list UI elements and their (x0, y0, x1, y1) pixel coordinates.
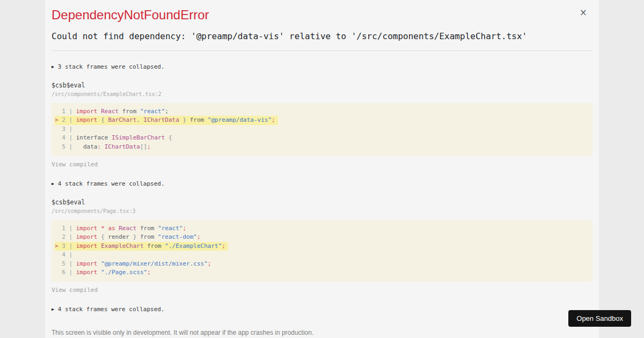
code-token: BarChart (108, 116, 136, 123)
code-token: * (101, 225, 105, 232)
code-token: IChartData (144, 116, 179, 123)
code-token (140, 116, 144, 123)
line-number-gutter: > 2 | (55, 116, 76, 123)
code-token: "@preamp/data-vis" (208, 116, 272, 123)
collapsed-frames-toggle[interactable]: ▶4 stack frames were collapsed. (52, 306, 592, 313)
code-token: import (76, 243, 98, 249)
code-line: 4 | interface ISimpleBarChart { (55, 134, 592, 142)
code-line: 3 | (55, 125, 592, 134)
error-overlay-page: { "colors": { "page_bg": "#ebebeb", "pan… (0, 0, 644, 338)
code-token: from (144, 243, 165, 249)
code-line: 2 | import { render } from "react-dom"; (55, 233, 592, 241)
code-token: import (76, 225, 98, 232)
code-snippet: 1 | import * as React from "react"; 2 | … (52, 220, 592, 282)
code-token: [] (140, 143, 147, 150)
code-line: 4 | (55, 251, 592, 259)
open-sandbox-button[interactable]: Open Sandbox (568, 310, 631, 327)
code-line: 5 | import "@preamp/mixer/dist/mixer.css… (55, 260, 592, 268)
code-token: import (76, 269, 98, 276)
code-token: { (101, 233, 105, 240)
code-token: React (119, 225, 136, 232)
code-line: 5 | data: IChartData[]; (55, 143, 592, 151)
stack-frame: ▶4 stack frames were collapsed. (52, 306, 592, 313)
collapse-triangle-icon: ▶ (52, 64, 54, 69)
code-token: ; (197, 233, 201, 240)
code-token: "@preamp/mixer/dist/mixer.css" (101, 260, 208, 267)
code-token (101, 143, 105, 150)
view-compiled-link[interactable]: View compiled (52, 161, 592, 168)
frame-function-name: $csb$eval (52, 82, 592, 89)
code-token: "react" (140, 108, 165, 115)
footer-note-development: This screen is visible only in developme… (52, 328, 592, 337)
highlighted-code-line: > 2 | import { BarChart, IChartData } fr… (55, 116, 278, 124)
collapsed-frames-label: 4 stack frames were collapsed. (58, 306, 165, 313)
line-number-gutter: 1 | (55, 108, 76, 115)
view-compiled-link[interactable]: View compiled (52, 286, 592, 293)
footer-notes: This screen is visible only in developme… (52, 328, 592, 338)
error-title: DependencyNotFoundError (52, 8, 592, 23)
divider (52, 50, 592, 51)
stack-frame: ▶4 stack frames were collapsed.$csb$eval… (52, 180, 592, 293)
code-token: interface (76, 134, 112, 141)
code-snippet: 1 | import React from "react";> 2 | impo… (52, 103, 592, 156)
code-line: 1 | import * as React from "react"; (55, 224, 592, 233)
code-token: render (105, 233, 133, 240)
line-number-gutter: > 3 | (55, 243, 76, 249)
code-token: from (136, 233, 158, 240)
code-token: ; (182, 225, 186, 232)
code-token: ; (208, 260, 211, 267)
code-token: from (119, 108, 140, 115)
code-token: ; (147, 269, 151, 276)
frame-function-name: $csb$eval (52, 199, 592, 206)
frame-source-location: /src/components/Page.tsx:3 (52, 208, 592, 214)
code-token: { (101, 116, 105, 123)
collapse-triangle-icon: ▶ (52, 307, 54, 312)
line-number-gutter: 4 | (55, 134, 76, 141)
code-token: "react" (158, 225, 182, 232)
code-token: "./ExampleChart" (165, 243, 222, 249)
code-token: import (76, 116, 98, 123)
code-token: ISimpleBarChart (112, 134, 165, 141)
code-token: from (136, 225, 158, 232)
code-token: "react-dom" (158, 233, 197, 240)
line-number-gutter: 1 | (55, 225, 76, 232)
close-icon[interactable]: × (580, 8, 587, 17)
code-token: import (76, 233, 98, 240)
highlighted-code-line: > 3 | import ExampleChart from "./Exampl… (55, 242, 228, 251)
code-token: import (76, 108, 98, 115)
error-message: Could not find dependency: '@preamp/data… (52, 31, 592, 41)
frame-source-location: /src/components/ExampleChart.tsx:2 (52, 91, 592, 97)
collapsed-frames-label: 3 stack frames were collapsed. (58, 63, 165, 70)
code-token: ; (147, 143, 151, 150)
collapsed-frames-label: 4 stack frames were collapsed. (58, 180, 165, 187)
stack-frames: ▶3 stack frames were collapsed.$csb$eval… (52, 63, 592, 313)
code-line: 6 | import "./Page.scss"; (55, 268, 592, 277)
line-number-gutter: 4 | (55, 251, 76, 258)
code-token: import (76, 260, 98, 267)
collapsed-frames-toggle[interactable]: ▶3 stack frames were collapsed. (52, 63, 592, 70)
code-token: { (169, 134, 172, 141)
line-number-gutter: 3 | (55, 126, 76, 133)
error-overlay-panel: × DependencyNotFoundError Could not find… (45, 0, 599, 338)
code-token: ExampleChart (101, 243, 143, 249)
code-token: data (76, 143, 98, 150)
error-line-marker: > (55, 243, 62, 249)
error-line-marker: > (55, 116, 62, 123)
line-number-gutter: 2 | (55, 233, 76, 240)
line-number-gutter: 5 | (55, 143, 76, 150)
line-number-gutter: 5 | (55, 260, 76, 267)
code-token: React (101, 108, 119, 115)
code-line: > 3 | import ExampleChart from "./Exampl… (55, 242, 592, 251)
code-token: ; (222, 243, 225, 249)
stack-frame: ▶3 stack frames were collapsed.$csb$eval… (52, 63, 592, 168)
code-token: as (108, 225, 115, 232)
code-token: from (186, 116, 208, 123)
code-token (165, 134, 169, 141)
code-line: 1 | import React from "react"; (55, 107, 592, 116)
code-line: > 2 | import { BarChart, IChartData } fr… (55, 116, 592, 124)
code-token: , (136, 116, 140, 123)
collapsed-frames-toggle[interactable]: ▶4 stack frames were collapsed. (52, 180, 592, 187)
collapse-triangle-icon: ▶ (52, 181, 54, 186)
line-number-gutter: 6 | (55, 269, 76, 276)
code-token: "./Page.scss" (101, 269, 147, 276)
